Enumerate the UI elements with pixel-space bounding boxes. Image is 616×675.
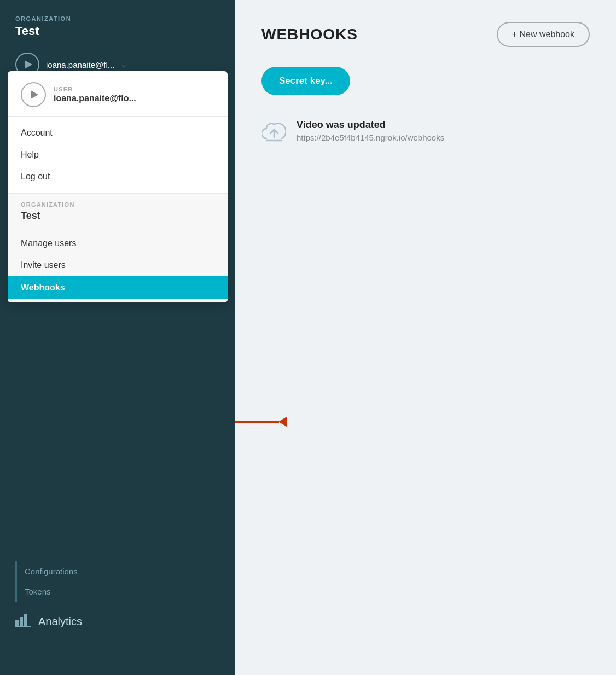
dropdown-user-email: ioana.panaite@flo... bbox=[54, 94, 136, 103]
dropdown-user-avatar bbox=[21, 82, 46, 107]
sidebar: ORGANIZATION Test ioana.panaite@fl... ⌵ … bbox=[0, 0, 235, 675]
upload-icon bbox=[261, 120, 287, 146]
dropdown-menu: USER ioana.panaite@flo... Account Help L… bbox=[8, 71, 228, 302]
main-header: WEBHOOKS + New webhook bbox=[261, 22, 590, 47]
analytics-icon bbox=[15, 613, 31, 630]
red-arrow-annotation bbox=[235, 417, 287, 427]
secret-key-button[interactable]: Secret key... bbox=[261, 67, 350, 95]
sidebar-configurations[interactable]: Configurations bbox=[17, 561, 235, 581]
chevron-down-icon: ⌵ bbox=[122, 60, 126, 69]
dropdown-user-section: USER ioana.panaite@flo... bbox=[8, 71, 228, 117]
dropdown-user-items: Account Help Log out bbox=[8, 117, 228, 194]
new-webhook-button[interactable]: + New webhook bbox=[497, 22, 590, 47]
dropdown-invite-users[interactable]: Invite users bbox=[8, 254, 228, 276]
webhook-item: Video was updated https://2b4e5f4b4145.n… bbox=[261, 119, 590, 146]
webhook-url: https://2b4e5f4b4145.ngrok.io/webhooks bbox=[297, 133, 444, 142]
svg-rect-2 bbox=[24, 614, 27, 627]
dropdown-logout-item[interactable]: Log out bbox=[8, 166, 228, 188]
dropdown-org-items: Manage users Invite users Webhooks bbox=[8, 230, 228, 302]
sidebar-nav-group: Configurations Tokens bbox=[15, 561, 235, 602]
main-content: WEBHOOKS + New webhook Secret key... Vid… bbox=[235, 0, 616, 675]
dropdown-org-section: ORGANIZATION Test bbox=[8, 194, 228, 230]
red-arrow-line bbox=[235, 421, 279, 423]
dropdown-org-name: Test bbox=[21, 210, 214, 222]
page-title: WEBHOOKS bbox=[261, 26, 358, 43]
dropdown-webhooks-active[interactable]: Webhooks bbox=[8, 276, 228, 299]
dropdown-org-label: ORGANIZATION bbox=[21, 201, 214, 208]
play-triangle-icon bbox=[25, 60, 32, 69]
sidebar-org-label: ORGANIZATION bbox=[0, 0, 235, 22]
svg-rect-0 bbox=[15, 620, 19, 627]
webhook-title: Video was updated bbox=[297, 119, 444, 131]
sidebar-analytics[interactable]: Analytics bbox=[0, 602, 235, 641]
sidebar-bottom-nav: Configurations Tokens Analytics bbox=[0, 561, 235, 652]
user-email-truncated: ioana.panaite@fl... bbox=[46, 60, 114, 69]
svg-rect-1 bbox=[20, 617, 23, 627]
analytics-label: Analytics bbox=[38, 615, 82, 628]
sidebar-org-name: Test bbox=[0, 22, 235, 47]
red-arrow-head bbox=[278, 417, 287, 427]
dropdown-account-item[interactable]: Account bbox=[8, 122, 228, 144]
dropdown-help-item[interactable]: Help bbox=[8, 144, 228, 166]
dropdown-play-icon bbox=[31, 90, 38, 99]
sidebar-tokens[interactable]: Tokens bbox=[17, 581, 235, 602]
webhook-info: Video was updated https://2b4e5f4b4145.n… bbox=[297, 119, 444, 142]
dropdown-user-label: USER bbox=[54, 86, 136, 92]
dropdown-manage-users[interactable]: Manage users bbox=[8, 232, 228, 254]
